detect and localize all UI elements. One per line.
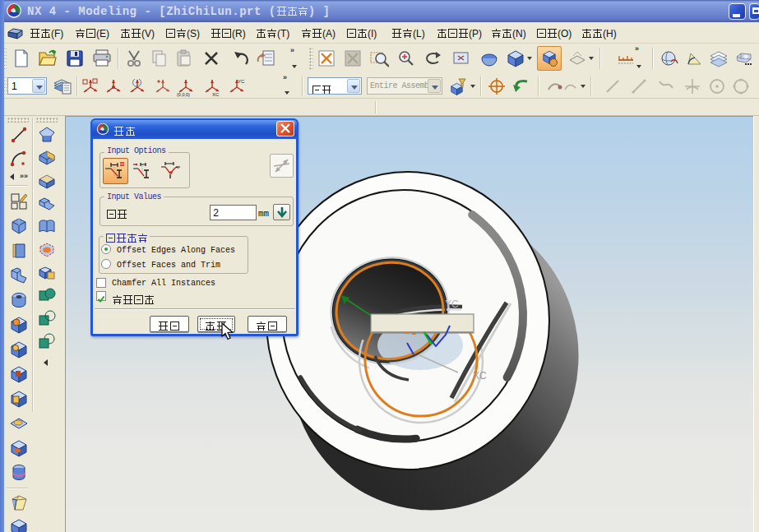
svg-text:(0,0,0): (0,0,0) [177, 92, 190, 97]
svg-text:XC: XC [212, 92, 220, 97]
svg-text:YC: YC [238, 79, 245, 84]
